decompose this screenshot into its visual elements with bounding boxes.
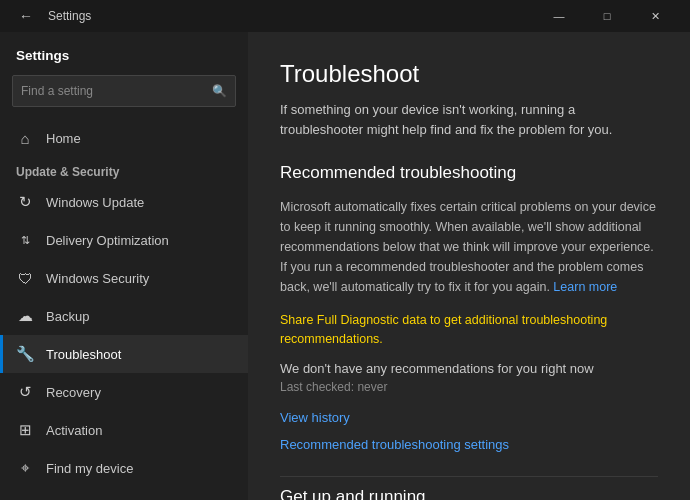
learn-more-link[interactable]: Learn more: [553, 280, 617, 294]
back-button[interactable]: ←: [12, 2, 40, 30]
windows-security-icon: 🛡: [16, 269, 34, 287]
sidebar-item-troubleshoot[interactable]: 🔧 Troubleshoot: [0, 335, 248, 373]
sidebar-item-home-label: Home: [46, 131, 81, 146]
sidebar-item-delivery-optimization[interactable]: ⇅ Delivery Optimization: [0, 221, 248, 259]
troubleshoot-icon: 🔧: [16, 345, 34, 363]
sidebar-item-windows-security-label: Windows Security: [46, 271, 149, 286]
search-box[interactable]: 🔍: [12, 75, 236, 107]
recommended-section-title: Recommended troubleshooting: [280, 163, 658, 183]
recommended-settings-link[interactable]: Recommended troubleshooting settings: [280, 437, 658, 452]
maximize-button[interactable]: □: [584, 2, 630, 30]
close-button[interactable]: ✕: [632, 2, 678, 30]
sidebar-item-windows-security[interactable]: 🛡 Windows Security: [0, 259, 248, 297]
sidebar-item-home[interactable]: ⌂ Home: [0, 119, 248, 157]
sidebar-item-windows-update[interactable]: ↻ Windows Update: [0, 183, 248, 221]
sidebar-item-for-developers[interactable]: </> For developers: [0, 487, 248, 500]
recommended-description: Microsoft automatically fixes certain cr…: [280, 197, 658, 297]
sidebar-item-troubleshoot-label: Troubleshoot: [46, 347, 121, 362]
view-history-link[interactable]: View history: [280, 410, 658, 425]
sidebar-app-title: Settings: [0, 32, 248, 71]
sidebar-item-backup-label: Backup: [46, 309, 89, 324]
activation-icon: ⊞: [16, 421, 34, 439]
no-recommendations-text: We don't have any recommendations for yo…: [280, 361, 658, 376]
page-subtitle: If something on your device isn't workin…: [280, 100, 658, 139]
delivery-optimization-icon: ⇅: [16, 231, 34, 249]
get-running-title: Get up and running: [280, 487, 658, 501]
app-title: Settings: [48, 9, 536, 23]
sidebar-item-recovery[interactable]: ↺ Recovery: [0, 373, 248, 411]
titlebar: ← Settings — □ ✕: [0, 0, 690, 32]
sidebar-item-recovery-label: Recovery: [46, 385, 101, 400]
section-divider: [280, 476, 658, 477]
sidebar: Settings 🔍 ⌂ Home Update & Security ↻ Wi…: [0, 32, 248, 500]
window-controls: — □ ✕: [536, 2, 678, 30]
sidebar-item-backup[interactable]: ☁ Backup: [0, 297, 248, 335]
sidebar-item-find-my-device-label: Find my device: [46, 461, 133, 476]
find-my-device-icon: ⌖: [16, 459, 34, 477]
sidebar-item-activation[interactable]: ⊞ Activation: [0, 411, 248, 449]
home-icon: ⌂: [16, 129, 34, 147]
sidebar-section-label: Update & Security: [0, 157, 248, 183]
recovery-icon: ↺: [16, 383, 34, 401]
share-diagnostic-link[interactable]: Share Full Diagnostic data to get additi…: [280, 311, 658, 349]
search-icon: 🔍: [212, 84, 227, 98]
last-checked-text: Last checked: never: [280, 380, 658, 394]
minimize-button[interactable]: —: [536, 2, 582, 30]
sidebar-item-activation-label: Activation: [46, 423, 102, 438]
backup-icon: ☁: [16, 307, 34, 325]
search-input[interactable]: [21, 84, 212, 98]
sidebar-item-find-my-device[interactable]: ⌖ Find my device: [0, 449, 248, 487]
windows-update-icon: ↻: [16, 193, 34, 211]
app-body: Settings 🔍 ⌂ Home Update & Security ↻ Wi…: [0, 32, 690, 500]
sidebar-item-delivery-optimization-label: Delivery Optimization: [46, 233, 169, 248]
content-area: Troubleshoot If something on your device…: [248, 32, 690, 500]
page-title: Troubleshoot: [280, 60, 658, 88]
sidebar-item-windows-update-label: Windows Update: [46, 195, 144, 210]
